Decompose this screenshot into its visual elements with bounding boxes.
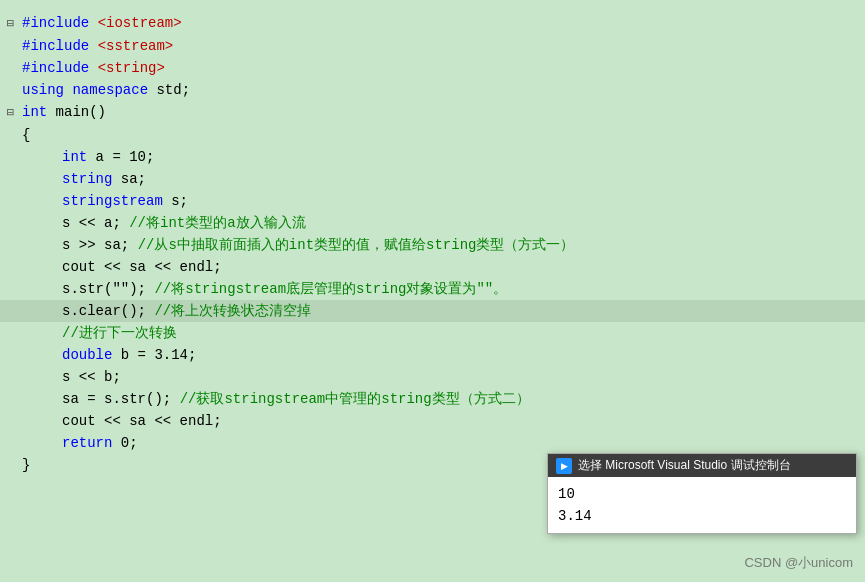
token: } xyxy=(22,457,30,473)
line-content: sa = s.str(); //获取stringstream中管理的string… xyxy=(18,388,861,410)
token: int xyxy=(22,104,56,120)
console-titlebar: ▶ 选择 Microsoft Visual Studio 调试控制台 xyxy=(548,454,856,477)
code-line: return 0; xyxy=(0,432,865,454)
token: #include xyxy=(22,15,98,31)
token: //将int类型的a放入输入流 xyxy=(129,215,305,231)
line-content: s << a; //将int类型的a放入输入流 xyxy=(18,212,861,234)
token: int xyxy=(62,149,96,165)
code-line: { xyxy=(0,124,865,146)
line-content: stringstream s; xyxy=(18,190,861,212)
editor-container: ⊟#include <iostream>#include <sstream>#i… xyxy=(0,0,865,582)
token: s << b; xyxy=(62,369,121,385)
line-gutter: ⊟ xyxy=(0,13,18,35)
line-content: cout << sa << endl; xyxy=(18,256,861,278)
code-line: s.str(""); //将stringstream底层管理的string对象设… xyxy=(0,278,865,300)
indent-space xyxy=(22,410,62,432)
watermark: CSDN @小unicom xyxy=(744,554,853,572)
line-content: #include <sstream> xyxy=(18,35,861,57)
code-line: s << b; xyxy=(0,366,865,388)
token: 0; xyxy=(121,435,138,451)
line-content: //进行下一次转换 xyxy=(18,322,861,344)
token: a = 10; xyxy=(96,149,155,165)
token: { xyxy=(22,127,30,143)
line-content: s << b; xyxy=(18,366,861,388)
code-line: sa = s.str(); //获取stringstream中管理的string… xyxy=(0,388,865,410)
token: main() xyxy=(56,104,106,120)
line-content: int main() xyxy=(18,101,861,123)
line-content: return 0; xyxy=(18,432,861,454)
indent-space xyxy=(22,366,62,388)
line-content: s.str(""); //将stringstream底层管理的string对象设… xyxy=(18,278,861,300)
code-line: cout << sa << endl; xyxy=(0,256,865,278)
token: //将stringstream底层管理的string对象设置为""。 xyxy=(154,281,507,297)
indent-space xyxy=(22,388,62,410)
line-content: { xyxy=(18,124,861,146)
token: sa; xyxy=(121,171,146,187)
code-line: double b = 3.14; xyxy=(0,344,865,366)
token: #include xyxy=(22,60,98,76)
token: namespace xyxy=(72,82,156,98)
code-line: //进行下一次转换 xyxy=(0,322,865,344)
code-line: string sa; xyxy=(0,168,865,190)
token: //从s中抽取前面插入的int类型的值，赋值给string类型（方式一） xyxy=(138,237,575,253)
code-line: s.clear(); //将上次转换状态清空掉 xyxy=(0,300,865,322)
token: <string> xyxy=(98,60,165,76)
code-line: ⊟#include <iostream> xyxy=(0,12,865,35)
token: std; xyxy=(156,82,190,98)
code-line: s >> sa; //从s中抽取前面插入的int类型的值，赋值给string类型… xyxy=(0,234,865,256)
indent-space xyxy=(22,212,62,234)
code-line: #include <string> xyxy=(0,57,865,79)
token: s; xyxy=(171,193,188,209)
line-content: double b = 3.14; xyxy=(18,344,861,366)
code-line: s << a; //将int类型的a放入输入流 xyxy=(0,212,865,234)
collapse-marker[interactable]: ⊟ xyxy=(7,13,14,35)
indent-space xyxy=(22,432,62,454)
indent-space xyxy=(22,322,62,344)
indent-space xyxy=(22,256,62,278)
token: #include xyxy=(22,38,98,54)
console-title: 选择 Microsoft Visual Studio 调试控制台 xyxy=(578,457,791,474)
line-gutter: ⊟ xyxy=(0,102,18,124)
collapse-marker[interactable]: ⊟ xyxy=(7,102,14,124)
indent-space xyxy=(22,234,62,256)
line-content: cout << sa << endl; xyxy=(18,410,861,432)
indent-space xyxy=(22,278,62,300)
token: //获取stringstream中管理的string类型（方式二） xyxy=(180,391,530,407)
line-content: int a = 10; xyxy=(18,146,861,168)
indent-space xyxy=(22,190,62,212)
line-content: s >> sa; //从s中抽取前面插入的int类型的值，赋值给string类型… xyxy=(18,234,861,256)
token: //进行下一次转换 xyxy=(62,325,177,341)
indent-space xyxy=(22,146,62,168)
code-line: stringstream s; xyxy=(0,190,865,212)
token: //将上次转换状态清空掉 xyxy=(154,303,311,319)
indent-space xyxy=(22,168,62,190)
line-content: s.clear(); //将上次转换状态清空掉 xyxy=(18,300,861,322)
token: <sstream> xyxy=(98,38,174,54)
token: s.str(""); xyxy=(62,281,154,297)
code-line: #include <sstream> xyxy=(0,35,865,57)
token: <iostream> xyxy=(98,15,182,31)
token: sa = s.str(); xyxy=(62,391,180,407)
console-output-line-1: 10 xyxy=(558,483,846,505)
indent-space xyxy=(22,300,62,322)
indent-space xyxy=(22,344,62,366)
line-content: string sa; xyxy=(18,168,861,190)
token: cout << sa << endl; xyxy=(62,413,222,429)
code-line: ⊟int main() xyxy=(0,101,865,124)
token: s << a; xyxy=(62,215,129,231)
token: s.clear(); xyxy=(62,303,154,319)
code-line: using namespace std; xyxy=(0,79,865,101)
console-output-line-2: 3.14 xyxy=(558,505,846,527)
code-line: int a = 10; xyxy=(0,146,865,168)
token: double xyxy=(62,347,121,363)
token: string xyxy=(62,171,121,187)
console-body: 10 3.14 xyxy=(548,477,856,533)
token: return xyxy=(62,435,121,451)
console-icon: ▶ xyxy=(556,458,572,474)
code-line: cout << sa << endl; xyxy=(0,410,865,432)
token: cout << sa << endl; xyxy=(62,259,222,275)
console-popup[interactable]: ▶ 选择 Microsoft Visual Studio 调试控制台 10 3.… xyxy=(547,453,857,534)
token: b = 3.14; xyxy=(121,347,197,363)
line-content: using namespace std; xyxy=(18,79,861,101)
token: s >> sa; xyxy=(62,237,138,253)
